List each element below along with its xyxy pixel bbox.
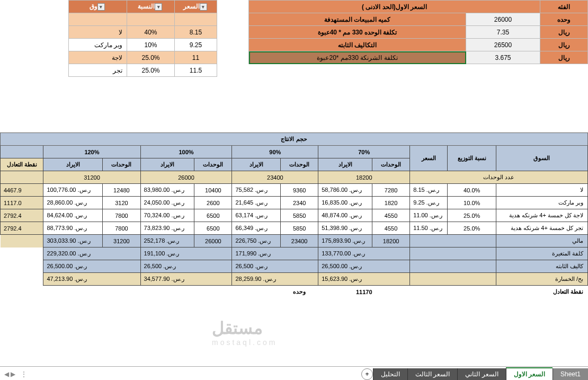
bep-value[interactable]: 11170 <box>318 286 410 298</box>
target-qty-label: كميه المبيعات المستهدفة <box>249 13 466 26</box>
tab-nav-arrows[interactable]: ◀ ▶ ⋮ <box>4 370 27 378</box>
top-parameters-block: الفئه السعر الاول(الحد الادنى ) ▾السعر ▾… <box>68 0 588 77</box>
price-r2[interactable]: 8.15 <box>175 26 217 39</box>
tab-analysis[interactable]: التحليل <box>373 368 407 380</box>
variable-cost-row: ر.س. 229,320.00 ر.س. 191,100 ر.س. 171,99… <box>1 248 588 260</box>
market-header: السوق <box>496 146 587 171</box>
pct-120: 120% <box>43 146 140 158</box>
bep-header: نقطة التعادل <box>1 158 43 171</box>
total-row: ر.س. 303,033.9031200 ر.س. 252,17826000 ر… <box>1 235 588 248</box>
dist-header: نسبة التوزيع <box>448 146 496 171</box>
price-header: السعر <box>410 146 448 171</box>
table-row: 2792.4 ر.س. 84,624.007800 ر.س. 70,324.00… <box>1 209 588 222</box>
sheet-tab-bar: ◀ ▶ ⋮ + التحليل السعر الثالث السعر الثان… <box>0 366 588 380</box>
mkt-r3[interactable]: وبر ماركت <box>69 39 127 51</box>
pct-r5[interactable]: 25.0% <box>127 64 175 77</box>
price1-header: السعر الاول(الحد الادنى ) <box>249 1 540 13</box>
col-price[interactable]: ▾السعر <box>175 1 217 13</box>
category-header: الفئه <box>540 1 588 13</box>
target-qty-val[interactable]: 26000 <box>466 13 540 26</box>
total-units-120[interactable]: 31200 <box>43 171 140 184</box>
dropdown-icon[interactable]: ▾ <box>97 3 105 11</box>
pct-r4[interactable]: 25.0% <box>127 51 175 64</box>
tab-price2[interactable]: السعر الثاني <box>457 368 505 380</box>
bep-label: نقطة التعادل <box>448 286 588 298</box>
watermark: مستقل <box>212 318 263 338</box>
tab-price3[interactable]: السعر الثالث <box>407 368 457 380</box>
dropdown-icon[interactable]: ▾ <box>155 3 162 11</box>
tab-price1[interactable]: السعر الاول <box>506 367 553 380</box>
unit-label: وحده <box>540 13 588 26</box>
prod-volume-header: حجم الانتاج <box>1 133 588 146</box>
pct-90: 90% <box>232 146 318 158</box>
production-volume-block: حجم الانتاج 120% 100% 90% 70% السعر نسبة… <box>0 132 588 298</box>
add-sheet-button[interactable]: + <box>361 368 373 380</box>
pct-r3[interactable]: 10% <box>127 39 175 51</box>
table-row: 4467.9 ر.س. 100,776.0012480 ر.س. 83,980.… <box>1 184 588 197</box>
fixed-cost-val[interactable]: 26500 <box>466 39 540 51</box>
table-row: 1117.0 ر.س. 28,860.003120 ر.س. 24,050.00… <box>1 197 588 209</box>
total-units-100[interactable]: 26000 <box>140 171 232 184</box>
mkt-r5[interactable]: تجر <box>69 64 127 77</box>
tab-sheet1[interactable]: Sheet1 <box>553 368 588 380</box>
shrink-cost-label-selected[interactable]: تكلفة الشرنكة 330مم *20عبوة <box>249 51 466 64</box>
mkt-r2[interactable]: لا <box>69 26 127 39</box>
col-pct[interactable]: ▾النسبة <box>127 1 175 13</box>
unit-riyal: ريال <box>540 26 588 39</box>
fixed-cost-row: ر.س. 26,500.00 ر.س. 26,500 ر.س. 26,500 ر… <box>1 260 588 273</box>
pct-100: 100% <box>140 146 232 158</box>
unit-cost-val[interactable]: 7.35 <box>466 26 540 39</box>
price-r5[interactable]: 11.5 <box>175 64 217 77</box>
price-r4[interactable]: 11 <box>175 51 217 64</box>
fixed-cost-label: التكاليف الثابته <box>249 39 466 51</box>
total-units-90[interactable]: 23400 <box>232 171 318 184</box>
unit-cost-label: تكلفة الوحده 330 مم * 40عبوة <box>249 26 466 39</box>
total-units-70[interactable]: 18200 <box>318 171 410 184</box>
dropdown-icon[interactable]: ▾ <box>200 3 207 11</box>
watermark-sub: mostaql.com <box>212 338 277 347</box>
col-market[interactable]: ▾وق <box>69 1 127 13</box>
bep-unit-label: وحده <box>281 286 318 298</box>
pct-r2[interactable]: 40% <box>127 26 175 39</box>
mkt-r4[interactable]: لاجة <box>69 51 127 64</box>
price-r3[interactable]: 9.25 <box>175 39 217 51</box>
profit-loss-row: ر.س. 47,213.90 ر.س. 34,577.90 ر.س. 28,25… <box>1 273 588 286</box>
shrink-cost-val[interactable]: 3.675 <box>466 51 540 64</box>
unit-count-label: عدد الوحدات <box>410 171 588 184</box>
pct-70: 70% <box>318 146 410 158</box>
table-row: 2792.4 ر.س. 88,773.907800 ر.س. 73,823.90… <box>1 222 588 235</box>
